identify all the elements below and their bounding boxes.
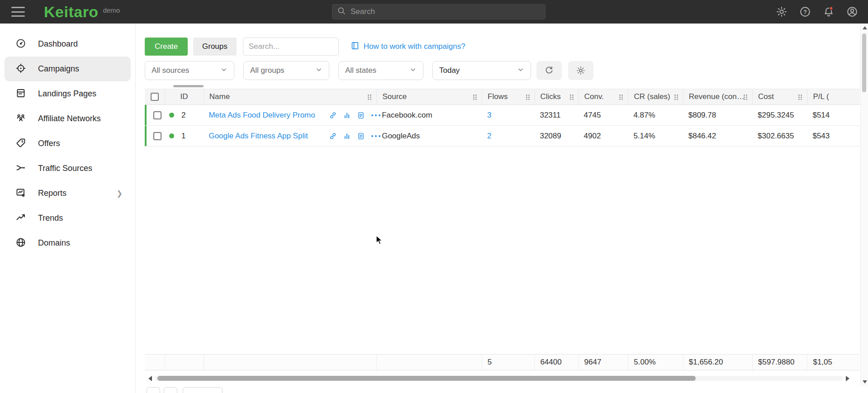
pl-value: $543 <box>807 126 860 146</box>
campaign-source: GoogleAds <box>376 126 482 146</box>
total-cr: 5.00% <box>628 355 683 370</box>
sidebar-item-offers[interactable]: $ Offers <box>0 131 135 156</box>
account-icon[interactable] <box>846 6 858 18</box>
svg-text:?: ? <box>803 9 807 15</box>
table-row: 2 Meta Ads Food Delivery Promo Facebook.… <box>145 105 860 126</box>
main-content: Create Groups How to work with campaigns… <box>136 24 860 393</box>
table-settings-button[interactable] <box>568 61 593 80</box>
col-header-flows[interactable]: Flows <box>482 89 535 104</box>
refresh-button[interactable] <box>536 61 562 80</box>
horizontal-scrollbar-track[interactable] <box>155 376 843 381</box>
col-header-id[interactable]: ID <box>165 89 204 104</box>
column-drag-handle-icon[interactable] <box>674 94 679 103</box>
date-range-dropdown[interactable]: Today <box>432 61 531 80</box>
chevron-down-icon <box>315 66 323 76</box>
col-header-cost[interactable]: Cost <box>752 89 807 104</box>
total-flows: 5 <box>482 355 535 370</box>
sidebar-item-affiliate-networks[interactable]: Affiliate Networks <box>0 106 135 131</box>
scroll-down-arrow[interactable] <box>863 380 867 384</box>
vertical-scrollbar-thumb[interactable] <box>862 33 866 92</box>
column-drag-handle-icon[interactable] <box>472 94 478 103</box>
conv-value: 4902 <box>579 126 628 146</box>
sidebar-item-dashboard[interactable]: Dashboard <box>0 32 135 57</box>
col-header-source[interactable]: Source <box>376 89 482 104</box>
topbar: Keitaro demo ? <box>0 0 868 24</box>
gear-icon[interactable] <box>776 6 787 18</box>
status-dot <box>169 113 174 118</box>
scroll-left-arrow[interactable] <box>148 376 152 381</box>
col-header-revenue[interactable]: Revenue (con… <box>683 89 752 104</box>
pl-value: $514 <box>807 105 860 125</box>
cost-value: $302.6635 <box>752 126 807 146</box>
table-top-scrollbar-thumb[interactable] <box>173 85 204 87</box>
landings-page-icon <box>15 88 26 100</box>
chevron-down-icon <box>220 66 228 76</box>
chart-icon[interactable] <box>343 132 351 140</box>
column-drag-handle-icon[interactable] <box>743 94 748 103</box>
revenue-value: $846.42 <box>683 126 752 146</box>
sidebar-item-domains[interactable]: Domains <box>0 231 135 256</box>
search-icon <box>337 6 346 17</box>
help-icon[interactable]: ? <box>799 6 811 18</box>
notifications-bell-icon[interactable] <box>823 6 835 18</box>
scroll-up-arrow[interactable] <box>863 26 867 29</box>
sidebar-item-landings-pages[interactable]: Landings Pages <box>0 81 135 106</box>
table-row: 1 Google Ads Fitness App Split GoogleAds… <box>145 126 860 147</box>
col-header-cr-sales[interactable]: CR (sales) <box>628 89 683 104</box>
chart-icon[interactable] <box>343 111 351 119</box>
total-clicks: 64400 <box>534 355 578 370</box>
column-drag-handle-icon[interactable] <box>569 94 574 103</box>
campaign-name-link[interactable]: Google Ads Fitness App Split <box>209 132 308 141</box>
col-header-name[interactable]: Name <box>204 89 377 104</box>
campaign-id: 1 <box>181 132 185 141</box>
campaign-name-link[interactable]: Meta Ads Food Delivery Promo <box>209 111 315 120</box>
states-filter-dropdown[interactable]: All states <box>338 61 423 80</box>
link-icon[interactable] <box>329 111 337 119</box>
totals-row: 5 64400 9647 5.00% $1,656.20 $597.9880 $… <box>145 354 860 370</box>
note-icon[interactable] <box>357 132 365 140</box>
create-button[interactable]: Create <box>145 38 188 56</box>
link-icon[interactable] <box>329 132 337 140</box>
how-to-link[interactable]: How to work with campaigns? <box>351 41 465 52</box>
flows-link[interactable]: 2 <box>487 132 491 141</box>
table-header: ID Name Source Flows Clicks Conv. CR (sa… <box>145 89 860 105</box>
sidebar-item-trends[interactable]: Trends <box>0 206 135 231</box>
sidebar-item-reports[interactable]: Reports ❯ <box>0 181 135 206</box>
row-checkbox[interactable] <box>153 132 161 140</box>
more-actions-icon[interactable] <box>371 135 380 137</box>
col-header-clicks[interactable]: Clicks <box>535 89 579 104</box>
pagination-button[interactable] <box>147 387 160 393</box>
column-drag-handle-icon[interactable] <box>367 94 372 103</box>
select-all-checkbox[interactable] <box>145 89 165 104</box>
per-page-dropdown[interactable] <box>183 387 223 393</box>
global-search-input[interactable] <box>351 7 541 16</box>
horizontal-scrollbar-thumb[interactable] <box>157 376 696 381</box>
sources-filter-dropdown[interactable]: All sources <box>145 61 234 80</box>
hamburger-menu-icon[interactable] <box>11 7 25 17</box>
sidebar-item-traffic-sources[interactable]: Traffic Sources <box>0 156 135 181</box>
scroll-right-arrow[interactable] <box>846 376 849 381</box>
cost-value: $295.3245 <box>752 105 807 125</box>
total-conv: 9647 <box>579 355 628 370</box>
dashboard-gauge-icon <box>15 38 26 51</box>
pagination-button[interactable] <box>164 387 177 393</box>
campaigns-target-icon <box>15 63 26 76</box>
column-drag-handle-icon[interactable] <box>525 94 531 103</box>
more-actions-icon[interactable] <box>371 114 380 116</box>
column-drag-handle-icon[interactable] <box>618 94 624 103</box>
row-checkbox[interactable] <box>153 111 161 119</box>
flows-link[interactable]: 3 <box>487 111 491 120</box>
sidebar-item-campaigns[interactable]: Campaigns <box>5 57 131 81</box>
col-header-pl[interactable]: P/L ( <box>807 89 860 104</box>
cr-value: 5.14% <box>628 126 683 146</box>
note-icon[interactable] <box>357 111 365 119</box>
groups-button[interactable]: Groups <box>193 38 237 56</box>
brand-logo: Keitaro <box>44 3 99 21</box>
global-search[interactable] <box>332 4 545 19</box>
traffic-split-icon <box>15 162 26 175</box>
campaign-search-input[interactable] <box>243 38 339 56</box>
column-drag-handle-icon[interactable] <box>797 94 803 103</box>
groups-filter-dropdown[interactable]: All groups <box>243 61 329 80</box>
clicks-value: 32089 <box>534 126 578 146</box>
col-header-conv[interactable]: Conv. <box>579 89 628 104</box>
